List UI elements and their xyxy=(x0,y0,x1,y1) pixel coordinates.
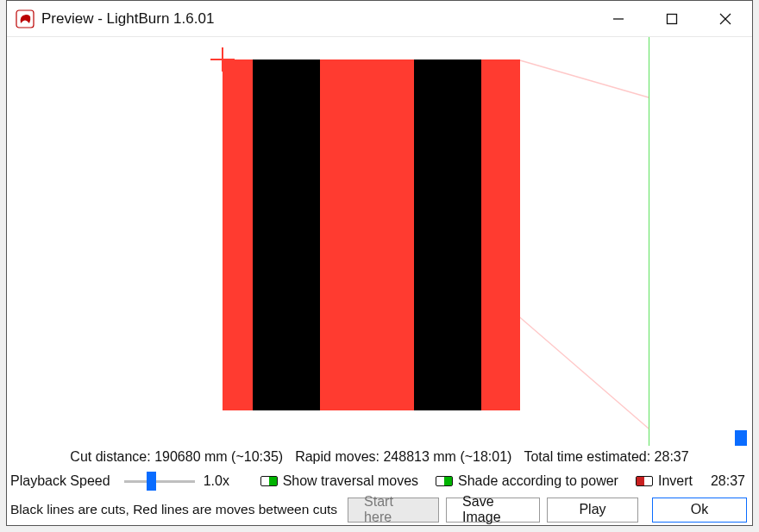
start-here-button: Start here xyxy=(348,498,439,523)
svg-line-6 xyxy=(520,60,649,97)
timeline-scrollbar[interactable] xyxy=(735,430,747,446)
playback-speed-value: 1.0x xyxy=(204,473,252,489)
ok-button[interactable]: Ok xyxy=(652,498,747,523)
close-button[interactable] xyxy=(699,1,752,36)
window-title: Preview - LightBurn 1.6.01 xyxy=(41,10,592,28)
toggle-on-icon xyxy=(260,476,278,486)
toggle-off-icon xyxy=(636,476,653,486)
bottom-row: Black lines are cuts, Red lines are move… xyxy=(7,494,752,525)
app-icon xyxy=(16,9,34,28)
total-time: Total time estimated: 28:37 xyxy=(524,449,688,465)
play-button[interactable]: Play xyxy=(547,498,638,523)
maximize-button[interactable] xyxy=(645,1,699,36)
options-row: Playback Speed 1.0x Show traversal moves… xyxy=(7,468,752,494)
window-controls xyxy=(592,1,752,36)
cut-stripe xyxy=(253,59,320,410)
cut-distance: Cut distance: 190680 mm (~10:35) xyxy=(70,449,283,465)
invert-toggle[interactable]: Invert xyxy=(636,473,693,489)
svg-rect-2 xyxy=(668,14,677,23)
minimize-button[interactable] xyxy=(592,1,645,36)
cut-stripe xyxy=(414,59,481,410)
preview-window: Preview - LightBurn 1.6.01 Cut di xyxy=(6,0,753,526)
legend-hint: Black lines are cuts, Red lines are move… xyxy=(10,502,337,517)
rapid-moves: Rapid moves: 248813 mm (~18:01) xyxy=(295,449,511,465)
toggle-on-icon xyxy=(436,476,453,486)
job-shape xyxy=(223,59,520,410)
playback-end-time: 28:37 xyxy=(711,473,752,489)
shade-power-toggle[interactable]: Shade according to power xyxy=(436,473,618,489)
playback-speed-label: Playback Speed xyxy=(10,473,110,489)
stats-row: Cut distance: 190680 mm (~10:35) Rapid m… xyxy=(7,446,752,468)
origin-crosshair-icon xyxy=(210,47,235,72)
save-image-button[interactable]: Save Image xyxy=(446,498,540,523)
show-traversal-toggle[interactable]: Show traversal moves xyxy=(260,473,418,489)
preview-canvas[interactable] xyxy=(7,37,752,446)
playback-speed-slider[interactable] xyxy=(124,473,195,489)
titlebar[interactable]: Preview - LightBurn 1.6.01 xyxy=(7,1,752,37)
